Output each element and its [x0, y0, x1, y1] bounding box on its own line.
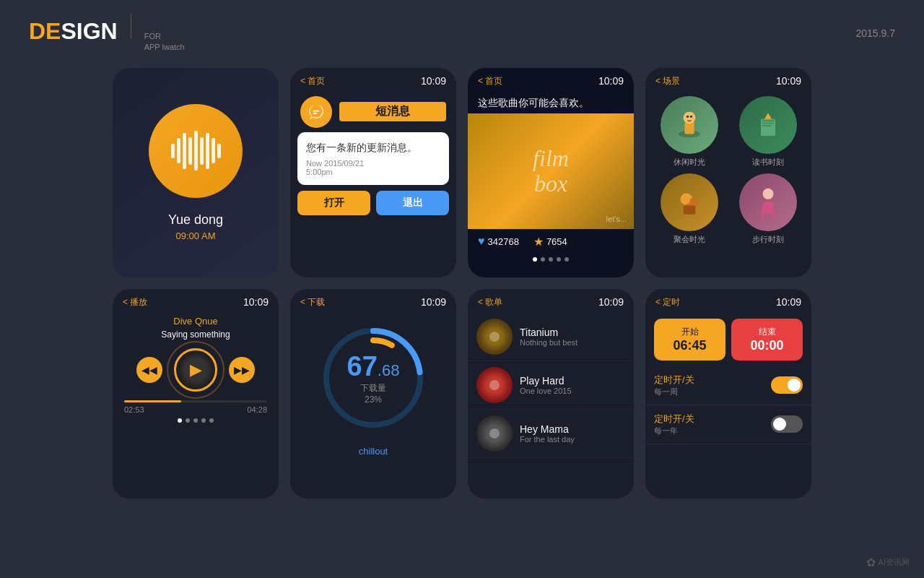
svg-rect-14 [683, 205, 695, 215]
stat-stars: ★ 7654 [533, 235, 567, 249]
scene-item-3[interactable]: 聚会时光 [653, 173, 725, 245]
card4-time: 10:09 [776, 75, 801, 87]
album-disc-3 [489, 428, 500, 439]
timer-toggle-row-1: 定时开/关 每一周 [645, 366, 811, 405]
svg-line-17 [772, 214, 775, 220]
logo: DESIGN FOR APP lwatch [29, 13, 185, 53]
card4-back[interactable]: < 场景 [655, 75, 680, 87]
album-disc-1 [489, 332, 500, 342]
card8-time: 10:09 [776, 296, 801, 308]
watermark-icon: ✿ [866, 556, 876, 569]
card6-back[interactable]: < 下载 [300, 296, 325, 309]
msg-icon-row: 短消息 [290, 92, 456, 132]
star-icon: ★ [533, 235, 544, 249]
waveform-bar [206, 133, 209, 169]
play-progress: 02:53 04:28 [113, 400, 279, 414]
timer-toggle-sub-2: 每一年 [654, 426, 694, 436]
card3-back[interactable]: < 首页 [478, 75, 502, 87]
card8-nav: < 定时 10:09 [645, 289, 811, 313]
card7-back[interactable]: < 歌单 [478, 296, 502, 309]
svg-rect-1 [313, 113, 317, 114]
svg-point-5 [686, 115, 688, 117]
msg-text: 您有一条新的更新消息。 [306, 141, 440, 155]
play-dot-1 [178, 418, 182, 423]
timer-toggle-title-2: 定时开/关 [654, 413, 694, 426]
prev-button[interactable]: ◀◀ [136, 357, 162, 383]
download-song-name: chillout [359, 446, 388, 457]
dot-1 [533, 257, 537, 262]
timer-toggle-title-1: 定时开/关 [654, 374, 694, 387]
card7-nav: < 歌单 10:09 [468, 289, 634, 313]
waveform-bar [217, 144, 221, 158]
download-number: 67.68 下载量 23% [347, 351, 400, 405]
song-sub-1: Nothing but best [520, 338, 625, 347]
card4-nav: < 场景 10:09 [645, 68, 811, 92]
playlist-item-3[interactable]: Hey Mama For the last day [468, 410, 634, 458]
scene-circle-3 [661, 173, 718, 231]
waveform-bar [183, 133, 186, 169]
dot-5 [565, 257, 569, 262]
card-playlist: < 歌单 10:09 Titanium Nothing but best Pla… [468, 289, 634, 499]
card5-time: 10:09 [243, 296, 269, 308]
play-dots [113, 414, 279, 427]
scene-item-1[interactable]: 休闲时光 [653, 96, 725, 168]
play-button[interactable]: ▶ [174, 348, 217, 392]
card5-nav: < 播放 10:09 [113, 289, 279, 313]
scene-item-4[interactable]: 步行时刻 [731, 173, 804, 245]
download-circle: 67.68 下载量 23% [315, 320, 431, 436]
card-download: < 下载 10:09 67.68 下载量 23% chillout [290, 289, 456, 499]
timer-end-button[interactable]: 结束 00:00 [731, 319, 803, 361]
timer-start-button[interactable]: 开始 06:45 [654, 319, 725, 361]
play-song-subtitle: Saying something [113, 329, 279, 340]
timer-toggle-info-1: 定时开/关 每一周 [654, 374, 694, 397]
film-box-text: filmbox [533, 146, 569, 197]
msg-buttons: 打开 退出 [290, 185, 456, 221]
msg-badge: 短消息 [339, 102, 446, 121]
playlist-item-1[interactable]: Titanium Nothing but best [468, 313, 634, 361]
next-button[interactable]: ▶▶ [229, 357, 255, 383]
msg-icon-circle [300, 96, 332, 128]
card-timer: < 定时 10:09 开始 06:45 结束 00:00 定时开/关 每一周 [645, 289, 811, 499]
card8-back[interactable]: < 定时 [655, 296, 680, 309]
recommend-stats: ♥ 342768 ★ 7654 [468, 229, 634, 254]
svg-marker-11 [764, 113, 772, 118]
waveform-bar [171, 144, 175, 158]
dot-3 [549, 257, 553, 262]
msg-open-button[interactable]: 打开 [297, 191, 370, 215]
timer-toggle-info-2: 定时开/关 每一年 [654, 413, 694, 436]
download-label-text: 下载量 [347, 382, 400, 394]
msg-exit-button[interactable]: 退出 [376, 191, 449, 215]
card5-back[interactable]: < 播放 [123, 296, 147, 309]
playlist-item-2[interactable]: Play Hard One love 2015 [468, 361, 634, 410]
watermark: ✿ AI资讯网 [866, 556, 910, 569]
svg-point-4 [683, 111, 695, 124]
timer-start-label: 开始 [658, 326, 721, 338]
download-percent: 23% [347, 394, 400, 405]
svg-line-16 [761, 214, 763, 220]
card2-back[interactable]: < 首页 [300, 75, 325, 87]
svg-rect-9 [762, 122, 774, 124]
card-recommend: < 首页 10:09 这些歌曲你可能会喜欢。 filmbox let's... … [468, 68, 634, 277]
header: DESIGN FOR APP lwatch 2015.9.7 [0, 0, 924, 61]
scene-circle-1 [661, 96, 718, 154]
album-art-1 [476, 319, 513, 355]
card3-nav: < 首页 10:09 [468, 68, 634, 92]
toggle-on-1[interactable] [771, 376, 803, 394]
recommend-title: 这些歌曲你可能会喜欢。 [468, 92, 634, 113]
msg-time: Now 2015/09/21 5:00pm [306, 159, 440, 176]
scene-label-2: 读书时刻 [752, 157, 784, 168]
waveform-bar [177, 138, 180, 163]
card-play: < 播放 10:09 Dive Qnue Saying something ◀◀… [113, 289, 279, 499]
progress-bar[interactable] [124, 400, 267, 402]
toggle-off-2[interactable] [771, 415, 803, 433]
card-scene: < 场景 10:09 休闲时光 [645, 68, 811, 277]
scene-item-2[interactable]: 读书时刻 [731, 96, 804, 168]
play-controls: ◀◀ ▶ ▶▶ [113, 348, 279, 392]
timer-buttons: 开始 06:45 结束 00:00 [645, 313, 811, 366]
progress-times: 02:53 04:28 [124, 405, 267, 414]
heart-icon: ♥ [478, 235, 485, 248]
svg-point-6 [689, 115, 692, 117]
time-total: 04:28 [247, 405, 267, 414]
song-name-1: Titanium [520, 327, 625, 338]
logo-subtitle: FOR APP lwatch [144, 31, 185, 53]
